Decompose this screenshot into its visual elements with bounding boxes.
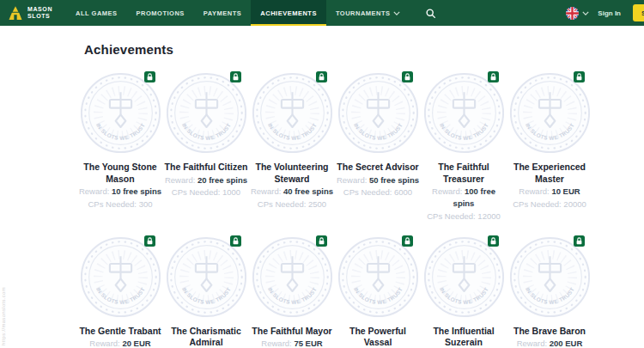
achievement-card[interactable]: IN SLOTS WE TRUSTThe Charismatic Admiral… — [163, 235, 249, 348]
nav-item-label: ALL GAMES — [76, 9, 118, 17]
achievements-grid: IN SLOTS WE TRUSTThe Young Stone MasonRe… — [77, 71, 644, 348]
reward-label: Reward: — [79, 186, 109, 196]
lock-icon — [230, 71, 241, 82]
reward-label: Reward: — [337, 175, 367, 185]
cps-label: CPs Needed: — [258, 199, 307, 209]
achievement-card[interactable]: IN SLOTS WE TRUSTThe Experienced MasterR… — [507, 71, 592, 223]
nav-item-all-games[interactable]: ALL GAMES — [66, 0, 127, 26]
reward-value: 50 free spins — [369, 175, 419, 185]
cps-value: 12000 — [477, 211, 500, 221]
achievement-card[interactable]: IN SLOTS WE TRUSTThe Faithful CitizenRew… — [163, 71, 249, 223]
achievement-badge: IN SLOTS WE TRUST — [79, 235, 162, 319]
achievement-title: The Brave Baron — [507, 326, 592, 338]
achievement-badge: IN SLOTS WE TRUST — [337, 71, 420, 155]
achievement-title: The Gentle Trabant — [77, 326, 163, 338]
achievement-cps: CPs Needed: 300 — [77, 198, 163, 211]
achievement-badge: IN SLOTS WE TRUST — [422, 235, 506, 319]
lock-icon — [488, 71, 499, 82]
nav-item-promotions[interactable]: PROMOTIONS — [127, 0, 194, 26]
achievement-card[interactable]: IN SLOTS WE TRUSTThe Faithful TreasurerR… — [421, 71, 507, 223]
cps-value: 2500 — [308, 199, 326, 209]
achievement-reward: Reward: 200 EUR — [507, 338, 592, 348]
achievement-badge: IN SLOTS WE TRUST — [337, 235, 420, 319]
search-button[interactable] — [416, 0, 445, 26]
achievement-title: The Secret Advisor — [335, 162, 421, 174]
achievement-reward: Reward: 75 EUR — [249, 338, 335, 348]
achievement-badge: IN SLOTS WE TRUST — [251, 71, 334, 155]
chevron-down-icon — [582, 11, 589, 15]
sign-up-button[interactable]: Sign Up — [633, 4, 644, 21]
reward-label: Reward: — [261, 339, 291, 348]
reward-label: Reward: — [165, 175, 195, 185]
main-nav: ALL GAMESPROMOTIONSPAYMENTSACHIEVEMENTST… — [66, 0, 410, 26]
achievement-badge: IN SLOTS WE TRUST — [165, 235, 248, 319]
nav-item-tournaments[interactable]: TOURNAMENTS — [326, 0, 410, 26]
achievement-card[interactable]: IN SLOTS WE TRUSTThe Young Stone MasonRe… — [77, 71, 163, 223]
reward-label: Reward: — [519, 186, 549, 196]
lock-icon — [316, 235, 327, 247]
lock-icon — [316, 71, 327, 82]
achievement-cps: CPs Needed: 1000 — [163, 186, 249, 198]
header-right: Sign In Sign Up — [566, 0, 644, 26]
logo[interactable]: MASON SLOTS — [7, 0, 52, 26]
achievement-card[interactable]: IN SLOTS WE TRUSTThe Gentle TrabantRewar… — [77, 235, 163, 348]
lock-icon — [488, 235, 499, 247]
achievement-reward: Reward: 10 free spins — [77, 186, 163, 198]
sign-in-link[interactable]: Sign In — [598, 9, 621, 17]
achievement-card[interactable]: IN SLOTS WE TRUSTThe Powerful VassalRewa… — [335, 235, 421, 348]
lock-icon — [230, 235, 241, 247]
page: MASON SLOTS ALL GAMESPROMOTIONSPAYMENTSA… — [0, 0, 644, 348]
page-title: Achievements — [84, 42, 644, 57]
achievement-cps: CPs Needed: 12000 — [421, 211, 507, 223]
logo-icon — [7, 5, 24, 21]
cps-value: 6000 — [394, 187, 412, 197]
achievement-card[interactable]: IN SLOTS WE TRUSTThe Volunteering Stewar… — [249, 71, 335, 223]
cps-label: CPs Needed: — [88, 199, 137, 209]
achievement-badge: IN SLOTS WE TRUST — [508, 71, 592, 155]
cps-value: 300 — [139, 199, 153, 209]
reward-value: 10 free spins — [112, 186, 161, 196]
achievement-title: The Influential Suzerain — [421, 326, 507, 348]
achievement-card[interactable]: IN SLOTS WE TRUSTThe Faithful MayorRewar… — [249, 235, 335, 348]
achievement-cps: CPs Needed: 20000 — [507, 198, 592, 211]
lock-icon — [402, 235, 413, 247]
lock-icon — [574, 235, 585, 247]
nav-item-achievements[interactable]: ACHIEVEMENTS — [251, 0, 326, 26]
achievement-title: The Faithful Citizen — [163, 162, 249, 174]
cps-label: CPs Needed: — [427, 211, 476, 221]
achievement-card[interactable]: IN SLOTS WE TRUSTThe Brave BaronReward: … — [507, 235, 592, 348]
achievement-title: The Faithful Treasurer — [421, 162, 507, 185]
reward-label: Reward: — [517, 339, 547, 348]
cps-label: CPs Needed: — [513, 199, 562, 209]
logo-text: MASON SLOTS — [27, 6, 52, 21]
cps-label: CPs Needed: — [172, 187, 221, 197]
achievement-reward: Reward: 40 free spins — [249, 186, 335, 198]
nav-item-label: TOURNAMENTS — [336, 9, 391, 17]
achievement-card[interactable]: IN SLOTS WE TRUSTThe Influential Suzerai… — [421, 235, 507, 348]
achievement-reward: Reward: 10 EUR — [507, 186, 592, 198]
achievement-badge: IN SLOTS WE TRUST — [165, 71, 248, 155]
reward-value: 10 EUR — [551, 186, 580, 196]
search-icon — [425, 8, 436, 19]
achievement-reward: Reward: 100 free spins — [421, 186, 507, 210]
achievement-card[interactable]: IN SLOTS WE TRUSTThe Secret AdvisorRewar… — [335, 71, 421, 223]
uk-flag-icon — [566, 7, 579, 20]
reward-value: 20 EUR — [122, 339, 150, 348]
reward-value: 20 free spins — [197, 175, 247, 185]
cps-label: CPs Needed: — [343, 187, 392, 197]
lock-icon — [402, 71, 413, 82]
language-selector[interactable] — [566, 7, 589, 20]
top-nav-bar: MASON SLOTS ALL GAMESPROMOTIONSPAYMENTSA… — [0, 0, 644, 26]
achievement-reward: Reward: 20 free spins — [163, 174, 249, 186]
nav-item-payments[interactable]: PAYMENTS — [194, 0, 251, 26]
achievement-title: The Experienced Master — [507, 162, 592, 185]
achievement-reward: Reward: 20 EUR — [77, 338, 163, 348]
achievement-title: The Volunteering Steward — [249, 162, 335, 185]
lock-icon — [144, 71, 155, 82]
achievement-cps: CPs Needed: 6000 — [335, 186, 421, 198]
nav-item-label: PROMOTIONS — [137, 9, 185, 17]
reward-value: 75 EUR — [294, 339, 322, 348]
achievement-title: The Faithful Mayor — [249, 326, 335, 338]
cps-value: 20000 — [563, 199, 586, 209]
nav-item-label: PAYMENTS — [204, 9, 241, 17]
